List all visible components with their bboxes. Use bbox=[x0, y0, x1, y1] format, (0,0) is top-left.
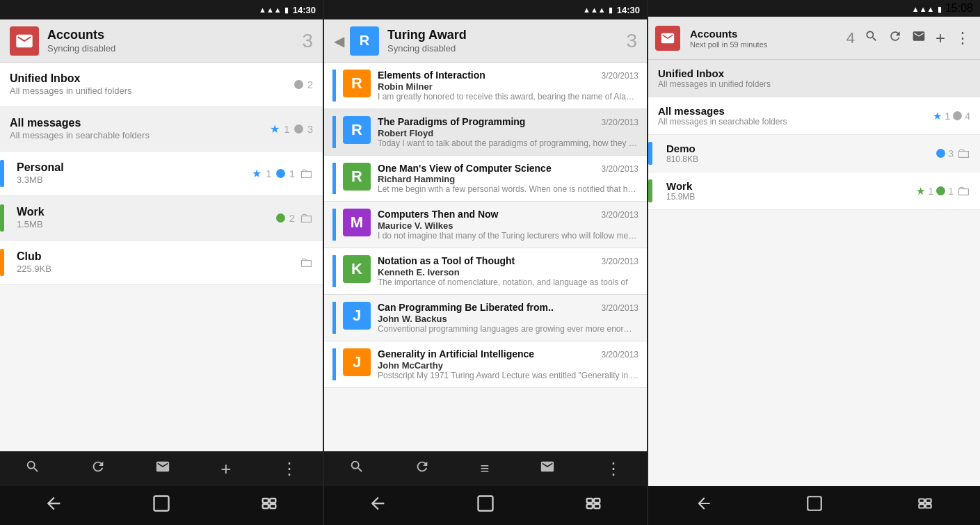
svg-rect-5 bbox=[478, 496, 492, 511]
recents-nav-middle[interactable] bbox=[584, 494, 603, 517]
work-title-right: Work bbox=[666, 180, 916, 192]
home-nav-left[interactable] bbox=[152, 494, 171, 517]
work-subtitle-right: 15.9MB bbox=[666, 192, 916, 202]
email-date-6: 3/20/2013 bbox=[602, 350, 638, 360]
email-item-6[interactable]: J Generality in Artificial Intelligence … bbox=[324, 341, 647, 388]
work-subtitle: 1.5MB bbox=[17, 219, 276, 231]
email-item-3[interactable]: M Computers Then and Now 3/20/2013 Mauri… bbox=[324, 202, 647, 248]
status-bar-right: ▲▲▲ ▮ 15:08 bbox=[648, 0, 980, 17]
accounts-right-subtitle: Next poll in 59 minutes bbox=[690, 40, 842, 49]
all-messages-right[interactable]: All messages All messages in searchable … bbox=[648, 97, 980, 135]
search-button-left[interactable] bbox=[19, 453, 46, 484]
email-subject-2: One Man's View of Computer Science bbox=[378, 163, 552, 175]
compose-button-left[interactable] bbox=[150, 453, 176, 484]
battery-icon: ▮ bbox=[284, 6, 289, 15]
unified-inbox-right[interactable]: Unified Inbox All messages in unified fo… bbox=[648, 60, 980, 97]
personal-title: Personal bbox=[17, 161, 252, 175]
personal-star-icon: ★ bbox=[252, 167, 262, 180]
more-button-left[interactable]: ⋮ bbox=[275, 455, 303, 483]
email-item-4[interactable]: K Notation as a Tool of Thought 3/20/201… bbox=[324, 248, 647, 295]
work-account-right[interactable]: Work 15.9MB ★ 1 1 🗀 bbox=[648, 172, 980, 210]
demo-content-right: Demo 810.8KB bbox=[659, 143, 936, 164]
home-nav-right[interactable] bbox=[805, 494, 824, 517]
email-item-5[interactable]: J Can Programming Be Liberated from.. 3/… bbox=[324, 295, 647, 341]
email-preview-2: Let me begin with a few personal words. … bbox=[378, 184, 638, 194]
work-content: Work 1.5MB bbox=[11, 205, 276, 232]
email-preview-1: Today I want to talk about the paradigms… bbox=[378, 138, 638, 148]
email-content-6: Generality in Artificial Intelligence 3/… bbox=[378, 348, 638, 380]
compose-button-middle[interactable] bbox=[534, 453, 561, 484]
back-nav-right[interactable] bbox=[695, 494, 713, 517]
email-subject-1: The Paradigms of Programming bbox=[378, 116, 525, 128]
svg-rect-11 bbox=[919, 499, 924, 503]
panel-turing-award: ▲▲▲ ▮ 14:30 ◀ R Turing Award Syncing dis… bbox=[324, 0, 648, 525]
personal-folder-icon[interactable]: 🗀 bbox=[299, 165, 313, 181]
all-messages-num: 3 bbox=[307, 123, 313, 135]
add-icon-right[interactable]: + bbox=[933, 26, 948, 51]
wifi-icon-right: ▲▲▲ bbox=[912, 5, 935, 13]
email-item-1[interactable]: R The Paradigms of Programming 3/20/2013… bbox=[324, 109, 647, 156]
all-messages-right-num: 4 bbox=[965, 111, 970, 122]
all-messages-badges: ★ 1 3 bbox=[270, 122, 313, 136]
accounts-avatar-right bbox=[655, 26, 680, 51]
status-icons-middle: ▲▲▲ ▮ bbox=[583, 6, 613, 15]
time-middle: 14:30 bbox=[617, 5, 640, 15]
more-icon-right[interactable]: ⋮ bbox=[952, 26, 973, 50]
email-item-2[interactable]: R One Man's View of Computer Science 3/2… bbox=[324, 156, 647, 202]
demo-folder-right[interactable]: 🗀 bbox=[956, 145, 970, 161]
personal-color-strip bbox=[0, 160, 4, 187]
personal-star-num: 1 bbox=[266, 168, 271, 179]
work-folder-right[interactable]: 🗀 bbox=[956, 183, 970, 199]
personal-account-item[interactable]: Personal 3.3MB ★ 1 1 🗀 bbox=[0, 152, 323, 196]
all-messages-item[interactable]: All messages All messages in searchable … bbox=[0, 107, 323, 152]
email-avatar-2: R bbox=[343, 163, 371, 191]
demo-color-strip-right bbox=[648, 142, 652, 165]
work-account-item[interactable]: Work 1.5MB 2 🗀 bbox=[0, 196, 323, 241]
home-nav-middle[interactable] bbox=[476, 494, 495, 517]
club-folder-icon[interactable]: 🗀 bbox=[299, 255, 313, 270]
email-preview-3: I do not imagine that many of the Turing… bbox=[378, 231, 638, 241]
email-item-0[interactable]: R Elements of Interaction 3/20/2013 Robi… bbox=[324, 63, 647, 109]
unified-inbox-content: Unified Inbox All messages in unified fo… bbox=[10, 72, 294, 98]
back-nav-left[interactable] bbox=[44, 494, 63, 517]
email-subject-5: Can Programming Be Liberated from.. bbox=[378, 302, 554, 314]
unified-inbox-item[interactable]: Unified Inbox All messages in unified fo… bbox=[0, 63, 323, 107]
club-account-item[interactable]: Club 225.9KB 🗀 bbox=[0, 241, 323, 285]
all-messages-dot bbox=[294, 124, 303, 134]
club-badges: 🗀 bbox=[299, 255, 313, 270]
search-button-middle[interactable] bbox=[344, 453, 370, 484]
unified-inbox-right-content: Unified Inbox All messages in unified fo… bbox=[658, 67, 970, 89]
svg-rect-12 bbox=[926, 499, 931, 503]
demo-account-right[interactable]: Demo 810.8KB 3 🗀 bbox=[648, 135, 980, 172]
add-button-left[interactable]: + bbox=[215, 454, 236, 483]
work-folder-icon[interactable]: 🗀 bbox=[299, 210, 313, 226]
email-accent-5 bbox=[332, 302, 336, 334]
refresh-button-middle[interactable] bbox=[409, 453, 435, 484]
email-sender-0: Robin Milner bbox=[378, 81, 638, 92]
email-header-row-5: Can Programming Be Liberated from.. 3/20… bbox=[378, 302, 638, 314]
time-right: 15:08 bbox=[945, 2, 973, 15]
more-button-middle[interactable]: ⋮ bbox=[600, 455, 627, 483]
svg-rect-10 bbox=[808, 496, 821, 510]
turing-count: 3 bbox=[626, 30, 637, 52]
back-button-middle[interactable]: ◀ bbox=[334, 33, 344, 49]
search-icon-right[interactable] bbox=[862, 26, 881, 49]
email-subject-4: Notation as a Tool of Thought bbox=[378, 255, 515, 267]
work-star-num-right: 1 bbox=[928, 186, 933, 197]
refresh-icon-right[interactable] bbox=[885, 26, 905, 49]
sort-button-middle[interactable]: ≡ bbox=[475, 454, 495, 483]
refresh-button-left[interactable] bbox=[85, 453, 111, 484]
recents-nav-left[interactable] bbox=[259, 494, 279, 517]
back-nav-middle[interactable] bbox=[368, 494, 387, 517]
email-sender-1: Robert Floyd bbox=[378, 128, 638, 138]
work-title: Work bbox=[17, 205, 276, 220]
turing-header-text: Turing Award Syncing disabled bbox=[387, 28, 626, 54]
personal-content: Personal 3.3MB bbox=[11, 161, 252, 187]
recents-nav-right[interactable] bbox=[916, 494, 934, 517]
panel-accounts-right: ▲▲▲ ▮ 15:08 Accounts Next poll in 59 min… bbox=[648, 0, 980, 525]
compose-icon-right[interactable] bbox=[909, 26, 929, 49]
email-sender-4: Kenneth E. Iverson bbox=[378, 267, 638, 277]
email-date-4: 3/20/2013 bbox=[602, 257, 638, 266]
demo-dot-right bbox=[936, 149, 945, 158]
unified-inbox-right-subtitle: All messages in unified folders bbox=[658, 79, 970, 89]
